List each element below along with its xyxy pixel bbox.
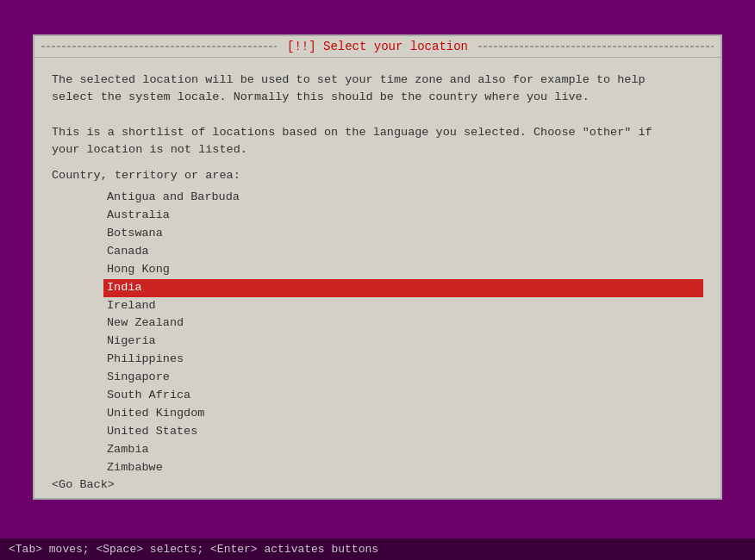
- country-label: Country, territory or area:: [52, 169, 703, 182]
- country-item[interactable]: Zambia: [103, 441, 703, 459]
- title-bar-left-lines: [41, 46, 277, 47]
- content-area: The selected location will be used to se…: [34, 58, 721, 471]
- country-item[interactable]: Nigeria: [103, 333, 703, 351]
- country-item[interactable]: Zimbabwe: [103, 459, 703, 471]
- country-item[interactable]: Botswana: [103, 225, 703, 243]
- go-back-button[interactable]: <Go Back>: [52, 478, 115, 491]
- terminal-outer: [!!] Select your location The selected l…: [24, 26, 731, 508]
- country-item[interactable]: Canada: [103, 243, 703, 261]
- country-item[interactable]: Hong Kong: [103, 261, 703, 279]
- desc-line2: select the system locale. Normally this …: [52, 89, 703, 106]
- terminal-window: [!!] Select your location The selected l…: [33, 34, 722, 500]
- status-bar: <Tab> moves; <Space> selects; <Enter> ac…: [0, 538, 755, 560]
- country-item[interactable]: South Africa: [103, 387, 703, 405]
- country-item[interactable]: Philippines: [103, 351, 703, 369]
- title-bar: [!!] Select your location: [34, 36, 721, 58]
- desc-line4: This is a shortlist of locations based o…: [52, 124, 703, 141]
- country-item[interactable]: India: [103, 279, 703, 297]
- country-item[interactable]: Australia: [103, 207, 703, 225]
- screen-wrapper: [!!] Select your location The selected l…: [0, 0, 755, 560]
- country-item[interactable]: New Zealand: [103, 314, 703, 333]
- title-bar-right-lines: [478, 46, 714, 47]
- title-bar-text: [!!] Select your location: [277, 40, 478, 53]
- desc-line5: your location is not listed.: [52, 141, 703, 159]
- description-block: The selected location will be used to se…: [52, 72, 703, 159]
- country-item[interactable]: Ireland: [103, 297, 703, 315]
- country-list: Antigua and BarbudaAustraliaBotswanaCana…: [103, 189, 703, 471]
- country-item[interactable]: United Kingdom: [103, 405, 703, 423]
- status-bar-text: <Tab> moves; <Space> selects; <Enter> ac…: [9, 543, 378, 556]
- desc-line1: The selected location will be used to se…: [52, 72, 703, 89]
- country-item[interactable]: Singapore: [103, 369, 703, 387]
- country-item[interactable]: United States: [103, 423, 703, 441]
- bottom-bar: <Go Back>: [34, 471, 721, 498]
- country-item[interactable]: Antigua and Barbuda: [103, 189, 703, 207]
